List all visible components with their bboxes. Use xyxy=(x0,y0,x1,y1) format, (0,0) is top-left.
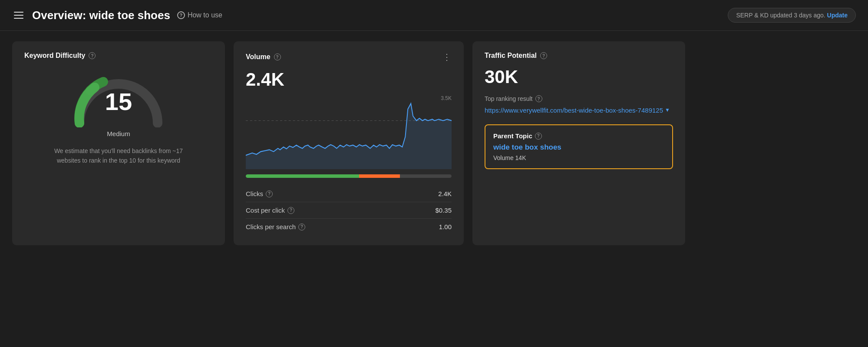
volume-value: 2.4K xyxy=(246,69,452,90)
chart-max-label: 3.5K xyxy=(441,95,452,101)
parent-topic-link[interactable]: wide toe box shoes xyxy=(493,143,664,152)
top-ranking-url[interactable]: https://www.verywellfit.com/best-wide-to… xyxy=(485,106,673,115)
keyword-difficulty-card: Keyword Difficulty ? 15 Medium We estima… xyxy=(12,41,225,245)
kd-help-icon[interactable]: ? xyxy=(89,52,96,59)
metric-name-cpc: Cost per click ? xyxy=(246,207,294,214)
metric-row-clicks: Clicks ? 2.4K xyxy=(246,186,452,202)
kd-card-header: Keyword Difficulty ? xyxy=(24,52,213,60)
progress-orange xyxy=(359,174,400,178)
parent-topic-label: Parent Topic ? xyxy=(493,132,664,140)
metric-row-cps: Clicks per search ? 1.00 xyxy=(246,219,452,235)
traffic-potential-card: Traffic Potential ? 30K Top ranking resu… xyxy=(472,41,685,245)
how-to-use-button[interactable]: ? How to use xyxy=(177,11,222,19)
svg-marker-1 xyxy=(246,103,452,169)
kd-description: We estimate that you'll need backlinks f… xyxy=(49,146,188,166)
how-to-use-label: How to use xyxy=(188,11,222,19)
top-ranking-label: Top ranking result ? xyxy=(485,95,673,102)
tp-card-header: Traffic Potential ? xyxy=(485,52,673,60)
metric-row-cpc: Cost per click ? $0.35 xyxy=(246,202,452,219)
update-status-badge: SERP & KD updated 3 days ago. Update xyxy=(728,8,856,23)
gauge-container: 15 xyxy=(71,71,166,127)
help-circle-icon: ? xyxy=(177,11,185,19)
volume-chart-svg xyxy=(246,95,452,169)
clicks-help-icon[interactable]: ? xyxy=(266,190,273,197)
update-status-text: SERP & KD updated 3 days ago. xyxy=(736,12,825,19)
kd-label: Medium xyxy=(107,130,130,137)
progress-green xyxy=(246,174,359,178)
header: Overview: wide toe shoes ? How to use SE… xyxy=(0,0,868,31)
kd-score: 15 xyxy=(105,87,132,116)
volume-help-icon[interactable]: ? xyxy=(274,53,281,60)
progress-dark xyxy=(400,174,452,178)
main-content: Keyword Difficulty ? 15 Medium We estima… xyxy=(0,31,868,256)
menu-button[interactable] xyxy=(12,10,25,20)
volume-card: Volume ? ⋮ 2.4K 3.5K Clicks xyxy=(234,41,464,245)
cpc-help-icon[interactable]: ? xyxy=(287,207,294,214)
volume-card-header: Volume ? ⋮ xyxy=(246,52,452,62)
metric-name-clicks: Clicks ? xyxy=(246,190,273,197)
kd-card-title: Keyword Difficulty xyxy=(24,52,85,60)
metrics-table: Clicks ? 2.4K Cost per click ? $0.35 Cli… xyxy=(246,186,452,235)
parent-topic-help-icon[interactable]: ? xyxy=(535,133,542,140)
top-ranking-help-icon[interactable]: ? xyxy=(535,95,542,102)
metric-name-cps: Clicks per search ? xyxy=(246,223,305,230)
metric-value-cps: 1.00 xyxy=(439,223,452,230)
cps-help-icon[interactable]: ? xyxy=(298,224,305,230)
update-link[interactable]: Update xyxy=(827,12,848,19)
clicks-progress-bar xyxy=(246,174,452,178)
parent-topic-volume: Volume 14K xyxy=(493,154,664,161)
tp-help-icon[interactable]: ? xyxy=(540,52,547,59)
volume-more-icon[interactable]: ⋮ xyxy=(442,52,452,62)
tp-value: 30K xyxy=(485,67,673,87)
metric-value-clicks: 2.4K xyxy=(438,190,452,197)
tp-card-title: Traffic Potential xyxy=(485,52,537,60)
volume-chart: 3.5K xyxy=(246,95,452,169)
page-title: Overview: wide toe shoes xyxy=(32,9,170,22)
volume-card-title: Volume xyxy=(246,53,271,61)
parent-topic-box: Parent Topic ? wide toe box shoes Volume… xyxy=(485,124,673,169)
url-dropdown-arrow[interactable]: ▼ xyxy=(665,107,670,114)
metric-value-cpc: $0.35 xyxy=(435,207,452,214)
